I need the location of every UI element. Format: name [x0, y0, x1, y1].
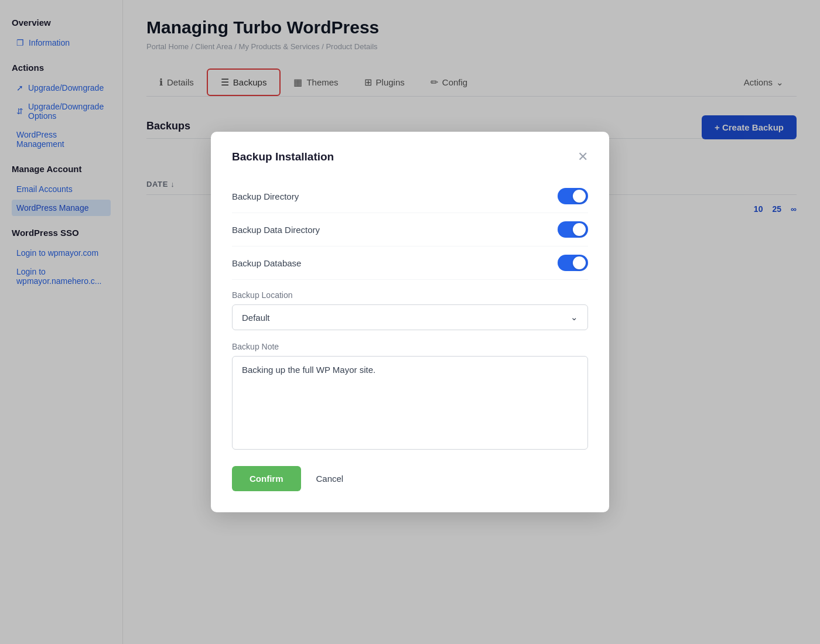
backup-database-toggle[interactable]	[558, 255, 588, 271]
location-select[interactable]: Default ⌄	[232, 304, 588, 330]
backup-database-row: Backup Database	[232, 246, 588, 280]
modal-overlay[interactable]: Backup Installation ✕ Backup Directory B…	[0, 0, 820, 644]
location-section: Backup Location Default ⌄	[232, 290, 588, 330]
modal-header: Backup Installation ✕	[232, 150, 588, 163]
chevron-down-select-icon: ⌄	[570, 312, 578, 323]
confirm-button[interactable]: Confirm	[232, 466, 301, 491]
backup-directory-row: Backup Directory	[232, 180, 588, 213]
backup-directory-toggle[interactable]	[558, 188, 588, 204]
backup-directory-label: Backup Directory	[232, 191, 299, 201]
note-textarea[interactable]: Backing up the full WP Mayor site.	[232, 356, 588, 450]
note-label: Backup Note	[232, 342, 588, 351]
backup-data-directory-toggle[interactable]	[558, 221, 588, 238]
modal-close-button[interactable]: ✕	[578, 150, 588, 163]
cancel-button[interactable]: Cancel	[310, 466, 350, 491]
backup-data-directory-label: Backup Data Directory	[232, 225, 320, 235]
location-value: Default	[242, 313, 270, 323]
location-label: Backup Location	[232, 290, 588, 300]
backup-database-label: Backup Database	[232, 258, 301, 268]
modal-footer: Confirm Cancel	[232, 466, 588, 491]
backup-modal: Backup Installation ✕ Backup Directory B…	[211, 132, 609, 512]
note-section: Backup Note Backing up the full WP Mayor…	[232, 342, 588, 452]
backup-data-directory-row: Backup Data Directory	[232, 213, 588, 246]
modal-title: Backup Installation	[232, 150, 334, 163]
